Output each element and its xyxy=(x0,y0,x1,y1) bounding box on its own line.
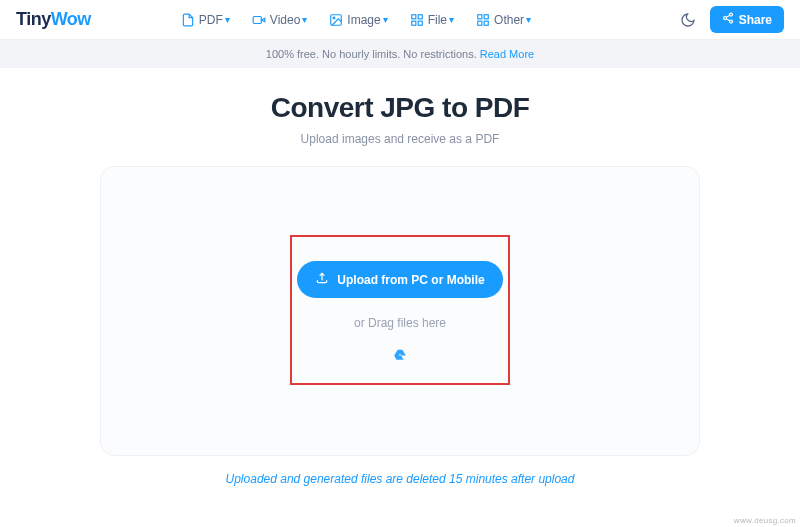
share-label: Share xyxy=(739,13,772,27)
chevron-down-icon: ▾ xyxy=(526,14,531,25)
logo[interactable]: TinyWow xyxy=(16,9,91,30)
nav-item-other[interactable]: Other ▾ xyxy=(476,13,531,27)
page-title: Convert JPG to PDF xyxy=(0,92,800,124)
svg-rect-9 xyxy=(484,14,488,18)
chevron-down-icon: ▾ xyxy=(383,14,388,25)
nav-label: Image xyxy=(347,13,380,27)
image-icon xyxy=(329,13,343,27)
svg-point-14 xyxy=(729,20,732,23)
main-nav: PDF ▾ Video ▾ Image ▾ File ▾ xyxy=(181,13,531,27)
nav-label: PDF xyxy=(199,13,223,27)
svg-rect-10 xyxy=(478,21,482,25)
share-icon xyxy=(722,12,734,27)
svg-rect-11 xyxy=(484,21,488,25)
promo-banner: 100% free. No hourly limits. No restrict… xyxy=(0,40,800,68)
nav-item-video[interactable]: Video ▾ xyxy=(252,13,307,27)
other-grid-icon xyxy=(476,13,490,27)
logo-text-wow: Wow xyxy=(51,9,91,29)
nav-item-image[interactable]: Image ▾ xyxy=(329,13,387,27)
banner-text: 100% free. No hourly limits. No restrict… xyxy=(266,48,480,60)
nav-label: Other xyxy=(494,13,524,27)
svg-point-12 xyxy=(729,13,732,16)
upload-highlight-box: Upload from PC or Mobile or Drag files h… xyxy=(290,235,510,385)
nav-item-file[interactable]: File ▾ xyxy=(410,13,454,27)
footer-note: Uploaded and generated files are deleted… xyxy=(0,472,800,486)
header-right: Share xyxy=(680,6,784,33)
upload-button[interactable]: Upload from PC or Mobile xyxy=(297,261,502,298)
share-button[interactable]: Share xyxy=(710,6,784,33)
upload-card: Upload from PC or Mobile or Drag files h… xyxy=(100,166,700,456)
page-subtitle: Upload images and receive as a PDF xyxy=(0,132,800,146)
svg-line-15 xyxy=(726,19,729,21)
svg-point-13 xyxy=(723,17,726,20)
svg-rect-8 xyxy=(478,14,482,18)
svg-line-16 xyxy=(726,15,729,17)
google-drive-icon[interactable] xyxy=(393,348,407,362)
nav-item-pdf[interactable]: PDF ▾ xyxy=(181,13,230,27)
nav-label: Video xyxy=(270,13,300,27)
upload-button-label: Upload from PC or Mobile xyxy=(337,273,484,287)
drag-hint: or Drag files here xyxy=(354,316,446,330)
chevron-down-icon: ▾ xyxy=(225,14,230,25)
banner-read-more-link[interactable]: Read More xyxy=(480,48,534,60)
svg-rect-4 xyxy=(411,14,415,18)
video-icon xyxy=(252,13,266,27)
header: TinyWow PDF ▾ Video ▾ Image ▾ xyxy=(0,0,800,40)
logo-text-tiny: Tiny xyxy=(16,9,51,29)
svg-rect-5 xyxy=(418,14,422,18)
svg-point-3 xyxy=(333,17,335,19)
nav-label: File xyxy=(428,13,447,27)
svg-rect-7 xyxy=(418,21,422,25)
upload-icon xyxy=(315,271,329,288)
chevron-down-icon: ▾ xyxy=(449,14,454,25)
watermark: www.deusg.com xyxy=(734,516,796,525)
chevron-down-icon: ▾ xyxy=(302,14,307,25)
main-content: Convert JPG to PDF Upload images and rec… xyxy=(0,68,800,486)
pdf-icon xyxy=(181,13,195,27)
file-grid-icon xyxy=(410,13,424,27)
dark-mode-toggle[interactable] xyxy=(680,12,696,28)
svg-rect-6 xyxy=(411,21,415,25)
